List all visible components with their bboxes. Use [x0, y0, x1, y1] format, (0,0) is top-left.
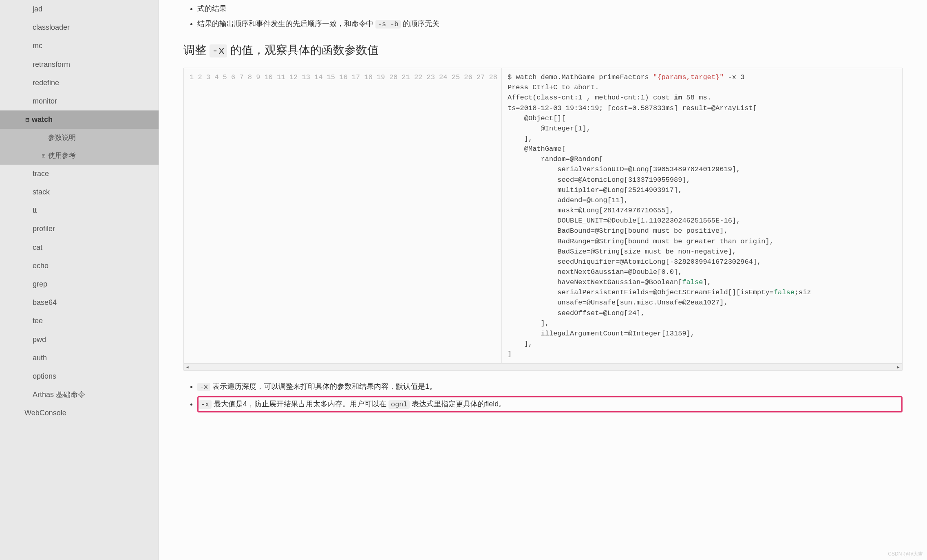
sidebar-item-jad[interactable]: jad — [0, 0, 159, 18]
sidebar-item-pwd[interactable]: pwd — [0, 331, 159, 349]
inline-code: -x — [199, 400, 212, 409]
sidebar-item-label: 参数说明 — [48, 134, 76, 141]
line-numbers: 1 2 3 4 5 6 7 8 9 10 11 12 13 14 15 16 1… — [184, 68, 502, 363]
section-heading: 调整 -x 的值，观察具体的函数参数值 — [183, 42, 903, 58]
highlighted-note: -x 最大值是4，防止展开结果占用太多内存。用户可以在 ognl 表达式里指定更… — [197, 396, 903, 412]
scroll-left-icon[interactable]: ◂ — [184, 364, 191, 371]
sidebar-item-label: watch — [32, 115, 53, 123]
sidebar-item-tee[interactable]: tee — [0, 312, 159, 330]
sidebar-item-profiler[interactable]: profiler — [0, 220, 159, 238]
sidebar-item-echo[interactable]: echo — [0, 257, 159, 275]
horizontal-scrollbar[interactable]: ◂ ▸ — [184, 363, 902, 370]
intro-list: 式的结果 结果的输出顺序和事件发生的先后顺序一致，和命令中 -s -b 的顺序无… — [197, 2, 903, 30]
inline-code: -x — [197, 383, 210, 391]
code-block: 1 2 3 4 5 6 7 8 9 10 11 12 13 14 15 16 1… — [183, 68, 903, 371]
expand-icon: ⊞ — [41, 152, 46, 159]
list-item: -x 表示遍历深度，可以调整来打印具体的参数和结果内容，默认值是1。 — [197, 381, 903, 393]
sidebar-item-watch[interactable]: ⊟watch — [0, 110, 159, 129]
inline-code: ognl — [388, 400, 410, 409]
collapse-icon: ⊟ — [24, 117, 30, 123]
sidebar-item-classloader[interactable]: classloader — [0, 18, 159, 37]
sidebar-item-stack[interactable]: stack — [0, 183, 159, 201]
inline-code: -x — [210, 44, 227, 57]
sidebar-item-redefine[interactable]: redefine — [0, 74, 159, 92]
sidebar-item-mc[interactable]: mc — [0, 37, 159, 55]
sidebar-item-monitor[interactable]: monitor — [0, 92, 159, 110]
sidebar-item-label: 使用参考 — [48, 152, 76, 159]
notes-list: -x 表示遍历深度，可以调整来打印具体的参数和结果内容，默认值是1。 -x 最大… — [197, 381, 903, 412]
sidebar-item-base64[interactable]: base64 — [0, 293, 159, 312]
sidebar-item-webconsole[interactable]: WebConsole — [0, 404, 159, 422]
sidebar-item-auth[interactable]: auth — [0, 349, 159, 367]
scroll-right-icon[interactable]: ▸ — [895, 364, 902, 371]
sidebar-item-grep[interactable]: grep — [0, 275, 159, 293]
list-item: 结果的输出顺序和事件发生的先后顺序一致，和命令中 -s -b 的顺序无关 — [197, 18, 903, 30]
sidebar-item-params-desc[interactable]: 参数说明 — [0, 129, 159, 147]
list-item: 式的结果 — [197, 2, 903, 15]
sidebar-item-options[interactable]: options — [0, 367, 159, 386]
code-body: $ watch demo.MathGame primeFactors "{par… — [502, 68, 817, 363]
sidebar-item-cat[interactable]: cat — [0, 238, 159, 257]
sidebar-item-tt[interactable]: tt — [0, 201, 159, 220]
watermark: CSDN @@大吉 — [888, 551, 923, 558]
sidebar-item-arthas-basic[interactable]: Arthas 基础命令 — [0, 386, 159, 404]
sidebar-item-usage-ref[interactable]: ⊞使用参考 — [0, 147, 159, 165]
sidebar-item-trace[interactable]: trace — [0, 165, 159, 183]
main-content: 式的结果 结果的输出顺序和事件发生的先后顺序一致，和命令中 -s -b 的顺序无… — [159, 0, 927, 560]
sidebar-nav: jad classloader mc retransform redefine … — [0, 0, 159, 560]
sidebar-item-retransform[interactable]: retransform — [0, 55, 159, 74]
inline-code: -s -b — [375, 20, 401, 29]
